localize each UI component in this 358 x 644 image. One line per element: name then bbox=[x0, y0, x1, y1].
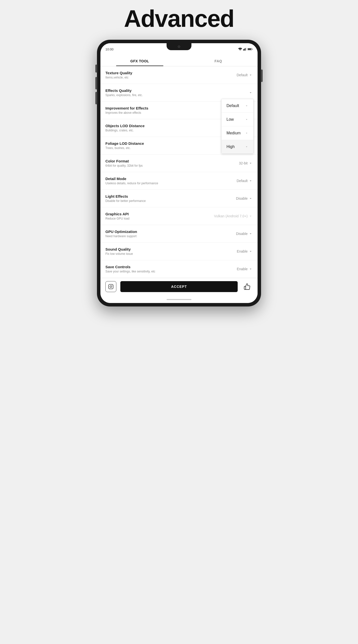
svg-rect-8 bbox=[109, 284, 113, 289]
setting-title-effects: Effects Quality bbox=[105, 88, 223, 93]
effects-dropdown[interactable]: Default Low Medium High bbox=[221, 99, 254, 154]
bottom-bar: ACCEPT bbox=[100, 278, 258, 296]
chevron-down-icon-gpu bbox=[249, 232, 253, 236]
setting-value-texture: Default bbox=[237, 73, 248, 77]
phone-frame: 10:00 bbox=[97, 40, 261, 306]
setting-subtitle-objects-lod: Buildings, crates, etc. bbox=[105, 129, 223, 132]
power-button bbox=[261, 70, 262, 82]
setting-value-sound-quality: Enable bbox=[237, 249, 248, 253]
setting-value-gpu-optimization: Disable bbox=[236, 232, 248, 236]
setting-value-graphics-api: Vulkan (Android 7.0+) bbox=[214, 214, 248, 218]
svg-rect-4 bbox=[246, 48, 247, 50]
setting-left-sound-quality: Sound Quality Fix low volume issue bbox=[105, 247, 225, 256]
setting-title-texture: Texture Quality bbox=[105, 71, 223, 75]
setting-title-graphics-api: Graphics API bbox=[105, 212, 212, 216]
status-bar: 10:00 bbox=[100, 43, 258, 55]
setting-right-graphics-api[interactable]: Vulkan (Android 7.0+) bbox=[214, 214, 253, 218]
setting-value-detail-mode: Default bbox=[237, 179, 248, 183]
status-icons bbox=[238, 48, 253, 51]
setting-row-detail-mode: Detail Mode Useless details, reduce for … bbox=[100, 172, 258, 190]
chevron-down-icon-light bbox=[249, 196, 253, 200]
tab-faq[interactable]: FAQ bbox=[179, 55, 258, 66]
tabs-container: GFX TOOL FAQ bbox=[100, 55, 258, 66]
status-time: 10:00 bbox=[105, 48, 114, 51]
chevron-down-icon-graphics bbox=[249, 214, 253, 218]
setting-subtitle-detail-mode: Useless details, reduce for performance bbox=[105, 182, 223, 185]
thumbsup-icon bbox=[244, 283, 251, 290]
setting-left-light-effects: Light Effects Disable for better perform… bbox=[105, 194, 225, 203]
signal-icon bbox=[243, 48, 247, 51]
svg-rect-7 bbox=[248, 49, 251, 50]
setting-subtitle-gpu-optimization: Need hardware support bbox=[105, 234, 223, 238]
svg-rect-6 bbox=[252, 49, 252, 50]
setting-subtitle-color-format: 64bit for quality, 32bit for fps bbox=[105, 164, 223, 168]
svg-rect-2 bbox=[244, 49, 245, 51]
setting-left-texture: Texture Quality Items,vehicle, etc bbox=[105, 71, 225, 79]
setting-left-effects: Effects Quality Sparks, explosions, fire… bbox=[105, 88, 225, 97]
svg-point-9 bbox=[110, 286, 112, 287]
chevron-down-icon bbox=[249, 73, 253, 77]
setting-row-color-format: Color Format 64bit for quality, 32bit fo… bbox=[100, 154, 258, 172]
svg-point-0 bbox=[240, 50, 241, 51]
dropdown-check-icon-low bbox=[245, 118, 248, 121]
chevron-down-icon-save bbox=[249, 267, 253, 271]
setting-row-save-controls: Save Controls Save your settings, like s… bbox=[100, 260, 258, 278]
notch bbox=[167, 43, 191, 50]
chevron-down-icon-effects bbox=[249, 91, 253, 95]
setting-right-effects[interactable] bbox=[225, 91, 253, 95]
tab-gfx-tool[interactable]: GFX TOOL bbox=[100, 55, 179, 66]
setting-right-save-controls[interactable]: Enable bbox=[225, 267, 253, 271]
setting-value-light-effects: Disable bbox=[236, 196, 248, 200]
dropdown-check-icon bbox=[245, 104, 248, 108]
setting-row-light-effects: Light Effects Disable for better perform… bbox=[100, 190, 258, 208]
setting-left-improvement: Improvement for Effects Improves the abo… bbox=[105, 106, 225, 114]
setting-left-gpu-optimization: GPU Optimization Need hardware support bbox=[105, 230, 225, 238]
setting-title-objects-lod: Objects LOD Distance bbox=[105, 124, 223, 128]
battery-icon bbox=[248, 48, 253, 51]
setting-left-graphics-api: Graphics API Reduce GPU load bbox=[105, 212, 214, 220]
dropdown-option-high[interactable]: High bbox=[221, 140, 253, 154]
dropdown-option-default[interactable]: Default bbox=[221, 99, 253, 113]
dropdown-check-icon-high bbox=[245, 145, 248, 148]
setting-right-color-format[interactable]: 32-bit bbox=[225, 161, 253, 165]
svg-point-10 bbox=[112, 285, 112, 286]
setting-subtitle-graphics-api: Reduce GPU load bbox=[105, 217, 212, 220]
page-title: Advanced bbox=[124, 5, 234, 32]
setting-title-improvement: Improvement for Effects bbox=[105, 106, 223, 110]
setting-right-gpu-optimization[interactable]: Disable bbox=[225, 232, 253, 236]
camera-dot bbox=[178, 46, 180, 48]
setting-row-effects-quality: Effects Quality Sparks, explosions, fire… bbox=[100, 84, 258, 102]
setting-subtitle-texture: Items,vehicle, etc bbox=[105, 76, 223, 79]
accept-button[interactable]: ACCEPT bbox=[120, 281, 238, 292]
volume-up-button bbox=[96, 77, 97, 90]
setting-right-texture[interactable]: Default bbox=[225, 73, 253, 77]
setting-left-objects-lod: Objects LOD Distance Buildings, crates, … bbox=[105, 124, 225, 132]
setting-subtitle-sound-quality: Fix low volume issue bbox=[105, 252, 223, 256]
svg-rect-1 bbox=[243, 49, 244, 51]
instagram-button[interactable] bbox=[105, 281, 116, 292]
home-bar bbox=[167, 299, 191, 300]
setting-title-sound-quality: Sound Quality bbox=[105, 247, 223, 251]
wifi-icon bbox=[238, 48, 242, 51]
setting-left-save-controls: Save Controls Save your settings, like s… bbox=[105, 265, 225, 273]
home-indicator bbox=[100, 296, 258, 303]
setting-row-graphics-api: Graphics API Reduce GPU load Vulkan (And… bbox=[100, 208, 258, 225]
dropdown-option-low[interactable]: Low bbox=[221, 113, 253, 126]
phone-screen: 10:00 bbox=[100, 43, 258, 303]
volume-down-button bbox=[96, 92, 97, 104]
setting-right-detail-mode[interactable]: Default bbox=[225, 179, 253, 183]
page-wrapper: Advanced 10:00 bbox=[80, 5, 278, 306]
setting-left-foliage-lod: Foliage LOD Distance Trees, bushes, etc. bbox=[105, 141, 225, 150]
setting-right-sound-quality[interactable]: Enable bbox=[225, 249, 253, 253]
dropdown-option-medium[interactable]: Medium bbox=[221, 126, 253, 140]
chevron-down-icon-detail bbox=[249, 179, 253, 183]
chevron-down-icon-color bbox=[249, 161, 253, 165]
setting-right-light-effects[interactable]: Disable bbox=[225, 196, 253, 200]
setting-row-gpu-optimization: GPU Optimization Need hardware support D… bbox=[100, 225, 258, 243]
settings-list: Texture Quality Items,vehicle, etc Defau… bbox=[100, 66, 258, 278]
setting-title-foliage-lod: Foliage LOD Distance bbox=[105, 141, 223, 146]
setting-subtitle-improvement: Improves the above effects bbox=[105, 111, 223, 114]
setting-title-color-format: Color Format bbox=[105, 159, 223, 163]
instagram-icon bbox=[108, 284, 114, 289]
thumbsup-button[interactable] bbox=[242, 281, 253, 292]
